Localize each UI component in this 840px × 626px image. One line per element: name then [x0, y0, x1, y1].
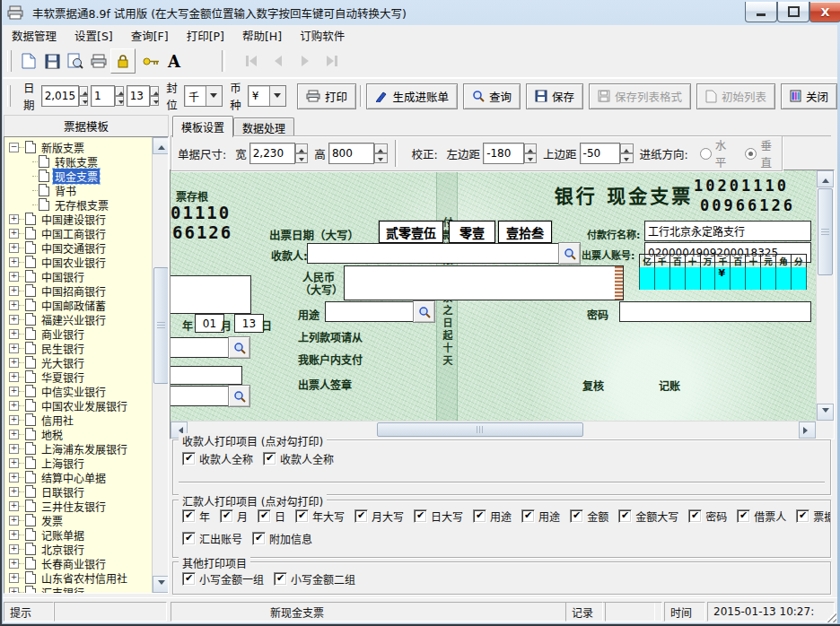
print-option[interactable]: ✔年: [182, 509, 210, 524]
payee-lookup-button[interactable]: [558, 242, 581, 265]
tree-item-24[interactable]: +日联银行: [6, 484, 150, 499]
expand-icon[interactable]: +: [9, 358, 19, 368]
resize-grip[interactable]: [825, 611, 836, 622]
tree-item-label[interactable]: 中国邮政储蓄: [39, 298, 108, 313]
nav-first-button[interactable]: [238, 51, 265, 71]
menu-item-3[interactable]: 打印[P]: [178, 25, 233, 46]
save-record-button[interactable]: 保存: [526, 83, 583, 109]
password-input[interactable]: [619, 301, 811, 322]
expand-icon[interactable]: +: [9, 387, 19, 396]
stub-day-input[interactable]: 13: [234, 314, 264, 333]
day-input[interactable]: 13: [127, 85, 151, 107]
rmb-amount-input[interactable]: [344, 265, 624, 300]
tree-item-1[interactable]: 转账支票: [6, 154, 150, 169]
close-button[interactable]: X: [809, 2, 840, 22]
tree-item-16[interactable]: +华夏银行: [6, 370, 150, 384]
expand-icon[interactable]: +: [9, 458, 19, 468]
expand-icon[interactable]: +: [9, 430, 19, 439]
print-option[interactable]: ✔月: [220, 509, 248, 524]
expand-icon[interactable]: +: [9, 329, 19, 339]
print-option[interactable]: ✔收款人全称: [182, 451, 253, 466]
tree-item-4[interactable]: 无存根支票: [6, 197, 150, 212]
tree-item-label[interactable]: 记账单据: [39, 527, 86, 543]
menu-item-4[interactable]: 帮助[H]: [233, 25, 291, 46]
make-receipt-button[interactable]: 生成进账单: [366, 83, 458, 109]
tree-item-28[interactable]: +北京银行: [6, 542, 150, 556]
menu-item-1[interactable]: 设置[S]: [66, 25, 122, 46]
amount-cell[interactable]: [791, 267, 807, 290]
checkbox-checked-icon[interactable]: ✔: [521, 509, 535, 523]
tree-item-20[interactable]: +地税: [6, 427, 150, 441]
radio-vertical[interactable]: [745, 148, 757, 160]
tree-item-label[interactable]: 中国农业发展银行: [39, 398, 129, 413]
checkbox-checked-icon[interactable]: ✔: [274, 572, 287, 586]
tree-scrollbar[interactable]: [152, 137, 168, 593]
tree-item-label[interactable]: 信用社: [39, 413, 75, 428]
tree-item-label[interactable]: 上海浦东发展银行: [39, 441, 129, 456]
tree-item-6[interactable]: +中国工商银行: [6, 226, 150, 240]
tree-item-31[interactable]: +汇丰银行: [6, 585, 150, 594]
checkbox-checked-icon[interactable]: ✔: [182, 572, 196, 586]
tree-item-17[interactable]: +中信实业银行: [6, 384, 150, 398]
print-option[interactable]: ✔收款人全称: [263, 451, 334, 466]
checkbox-checked-icon[interactable]: ✔: [258, 509, 271, 523]
top-margin-stepper[interactable]: [620, 143, 633, 163]
checkbox-checked-icon[interactable]: ✔: [182, 452, 196, 465]
lock-button[interactable]: [110, 48, 136, 74]
tree-item-label[interactable]: 中国交通银行: [39, 240, 108, 256]
tree-item-label[interactable]: 长春商业银行: [39, 556, 108, 571]
stub-amount-input[interactable]: [171, 366, 242, 385]
checkbox-checked-icon[interactable]: ✔: [263, 452, 276, 465]
tree-item-30[interactable]: +山东省农村信用社: [6, 570, 150, 585]
tree-item-label[interactable]: 中信实业银行: [39, 384, 108, 399]
currency-select[interactable]: ¥: [248, 85, 286, 107]
tree-item-label[interactable]: 中国农业银行: [39, 255, 108, 270]
date-caps-month[interactable]: 零壹: [449, 221, 495, 243]
print-preview-button[interactable]: [64, 49, 87, 73]
tree-item-7[interactable]: +中国交通银行: [6, 240, 150, 255]
stub-payee-input[interactable]: [171, 337, 233, 358]
tree-item-label[interactable]: 光大银行: [39, 355, 86, 370]
amount-cell[interactable]: [685, 267, 700, 290]
checkbox-checked-icon[interactable]: ✔: [182, 509, 196, 523]
checkbox-checked-icon[interactable]: ✔: [295, 509, 309, 523]
expand-icon[interactable]: +: [9, 315, 19, 325]
expand-icon[interactable]: +: [9, 372, 19, 382]
tree-item-label[interactable]: 山东省农村信用社: [39, 570, 129, 586]
tree-item-25[interactable]: +三井住友银行: [6, 499, 150, 513]
tree-item-label[interactable]: 结算中心单据: [39, 470, 108, 485]
expand-icon[interactable]: +: [9, 573, 19, 583]
font-button[interactable]: A: [162, 49, 186, 73]
date-caps-day[interactable]: 壹拾叁: [498, 221, 552, 243]
tree-item-12[interactable]: +福建兴业银行: [6, 312, 150, 326]
print-option[interactable]: ✔金额: [570, 509, 608, 524]
print-option[interactable]: ✔汇出账号: [182, 531, 242, 546]
tree-item-label[interactable]: 无存根支票: [53, 197, 110, 213]
tree-item-label[interactable]: 商业银行: [39, 326, 86, 342]
amount-cell[interactable]: [745, 267, 760, 290]
tree-item-label[interactable]: 发票: [39, 513, 65, 528]
expand-icon[interactable]: +: [9, 243, 19, 253]
nav-last-button[interactable]: [319, 51, 346, 71]
tree-item-label[interactable]: 现金支票: [53, 169, 100, 184]
tree-item-label[interactable]: 三井住友银行: [39, 499, 108, 514]
year-input[interactable]: 2,015: [41, 85, 79, 107]
month-stepper[interactable]: [115, 86, 124, 106]
tree-item-3[interactable]: 背书: [6, 183, 150, 197]
amount-cell[interactable]: [700, 267, 715, 290]
month-input[interactable]: 1: [91, 85, 115, 107]
expand-icon[interactable]: +: [9, 343, 19, 353]
print-option[interactable]: ✔日大写: [414, 509, 463, 524]
expand-icon[interactable]: +: [9, 401, 19, 411]
tab-data-processing[interactable]: 数据处理: [233, 117, 294, 136]
menu-item-0[interactable]: 数据管理: [3, 25, 66, 46]
print-option[interactable]: ✔年大写: [295, 509, 345, 524]
tree-item-label[interactable]: 日联银行: [39, 484, 86, 500]
scroll-up-button[interactable]: [817, 170, 834, 187]
checkbox-checked-icon[interactable]: ✔: [473, 509, 486, 523]
tree-item-19[interactable]: +信用社: [6, 413, 150, 427]
checkbox-checked-icon[interactable]: ✔: [618, 509, 632, 523]
print-option[interactable]: ✔用途: [521, 509, 560, 524]
query-button[interactable]: 查询: [463, 83, 521, 109]
amount-cell[interactable]: [760, 267, 775, 290]
